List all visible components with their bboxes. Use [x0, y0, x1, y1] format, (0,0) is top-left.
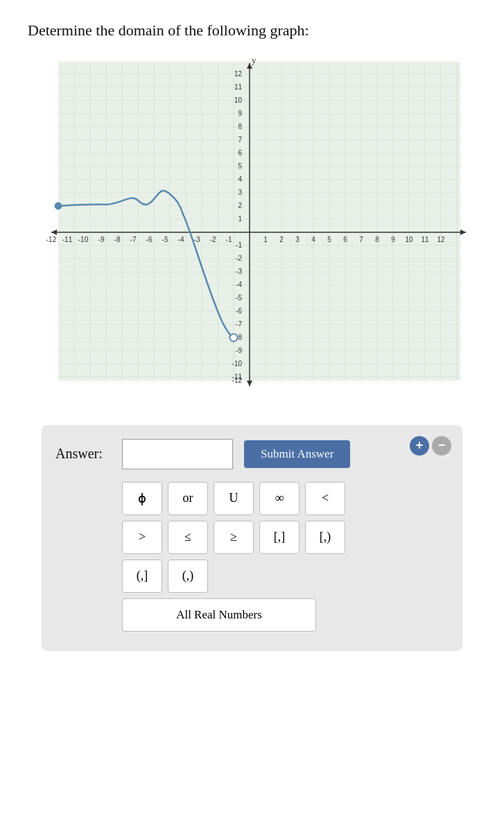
keypad-row-1: ϕ or U ∞ < [122, 482, 449, 515]
half-open-left-key[interactable]: (,] [122, 560, 162, 593]
greater-equal-key[interactable]: ≥ [214, 521, 254, 554]
question-title: Determine the domain of the following gr… [28, 21, 476, 41]
svg-text:12: 12 [437, 236, 445, 243]
svg-text:1: 1 [263, 236, 268, 243]
answer-label: Answer: [55, 446, 111, 462]
svg-text:-9: -9 [236, 347, 242, 354]
svg-text:7: 7 [238, 136, 242, 144]
infinity-key[interactable]: ∞ [259, 482, 299, 515]
graph-area: x y -1 -2 -3 -4 -5 -6 -7 -8 -9 -10 -11 -… [37, 55, 467, 404]
keypad: ϕ or U ∞ < > ≤ ≥ [,] [,) (,] (,) All Rea… [122, 482, 449, 632]
all-real-numbers-key[interactable]: All Real Numbers [122, 598, 316, 632]
plus-minus-controls: + − [410, 436, 451, 456]
svg-text:-1: -1 [236, 241, 242, 249]
svg-text:-1: -1 [225, 236, 232, 243]
svg-text:10: 10 [405, 236, 413, 243]
less-than-key[interactable]: < [305, 482, 345, 515]
svg-text:-2: -2 [209, 236, 216, 243]
svg-text:-4: -4 [236, 281, 242, 288]
svg-marker-51 [460, 229, 466, 235]
keypad-row-2: > ≤ ≥ [,] [,) [122, 521, 449, 554]
answer-input[interactable] [122, 439, 233, 469]
svg-text:11: 11 [421, 236, 429, 243]
svg-text:-12: -12 [46, 236, 56, 243]
svg-text:-10: -10 [78, 236, 88, 243]
svg-text:3: 3 [238, 189, 242, 196]
svg-text:-10: -10 [232, 360, 242, 367]
svg-text:5: 5 [327, 236, 331, 243]
svg-text:8: 8 [375, 236, 379, 243]
svg-text:12: 12 [234, 70, 242, 78]
or-key[interactable]: or [168, 482, 208, 515]
svg-point-107 [229, 333, 237, 341]
svg-text:4: 4 [311, 236, 315, 243]
half-open-right-key[interactable]: [,) [305, 521, 345, 554]
svg-marker-55 [247, 381, 252, 386]
keypad-row-3: (,] (,) [122, 560, 449, 593]
svg-text:-7: -7 [130, 236, 136, 243]
svg-text:10: 10 [234, 96, 242, 104]
submit-button[interactable]: Submit Answer [244, 440, 350, 468]
closed-interval-key[interactable]: [,] [259, 521, 299, 554]
svg-text:-8: -8 [114, 236, 120, 243]
svg-text:y: y [252, 55, 257, 65]
svg-text:-2: -2 [236, 254, 242, 262]
svg-text:-7: -7 [236, 320, 242, 328]
svg-point-106 [55, 202, 62, 209]
svg-text:-11: -11 [62, 236, 72, 243]
svg-text:-6: -6 [236, 307, 242, 315]
svg-marker-52 [51, 229, 57, 235]
svg-text:8: 8 [238, 123, 242, 130]
svg-text:-5: -5 [162, 236, 168, 243]
svg-text:9: 9 [391, 236, 395, 243]
svg-rect-0 [58, 62, 460, 381]
answer-row: Answer: Submit Answer [55, 439, 449, 469]
phi-key[interactable]: ϕ [122, 482, 162, 515]
union-key[interactable]: U [214, 482, 254, 515]
graph-svg: x y -1 -2 -3 -4 -5 -6 -7 -8 -9 -10 -11 -… [37, 55, 467, 401]
svg-text:-3: -3 [193, 236, 200, 243]
svg-text:-3: -3 [236, 268, 242, 275]
remove-button[interactable]: − [432, 436, 451, 456]
svg-text:1: 1 [238, 215, 242, 223]
svg-text:6: 6 [343, 236, 347, 243]
svg-text:7: 7 [359, 236, 363, 243]
svg-text:9: 9 [238, 110, 242, 117]
svg-text:6: 6 [238, 149, 242, 157]
svg-text:-5: -5 [236, 294, 242, 302]
svg-text:2: 2 [279, 236, 284, 243]
svg-text:-12: -12 [232, 376, 242, 384]
open-interval-key[interactable]: (,) [168, 560, 208, 593]
svg-text:4: 4 [238, 175, 242, 183]
keypad-row-4: All Real Numbers [122, 598, 449, 632]
greater-than-key[interactable]: > [122, 521, 162, 554]
add-button[interactable]: + [410, 436, 429, 456]
svg-text:11: 11 [234, 83, 242, 91]
svg-text:2: 2 [238, 202, 242, 209]
svg-text:-6: -6 [146, 236, 152, 243]
svg-text:-9: -9 [98, 236, 104, 243]
svg-text:-4: -4 [177, 236, 184, 243]
svg-text:3: 3 [295, 236, 299, 243]
page-container: Determine the domain of the following gr… [0, 0, 504, 665]
answer-section: + − Answer: Submit Answer ϕ or U ∞ < > ≤… [42, 425, 462, 651]
less-equal-key[interactable]: ≤ [168, 521, 208, 554]
svg-text:5: 5 [238, 162, 242, 170]
